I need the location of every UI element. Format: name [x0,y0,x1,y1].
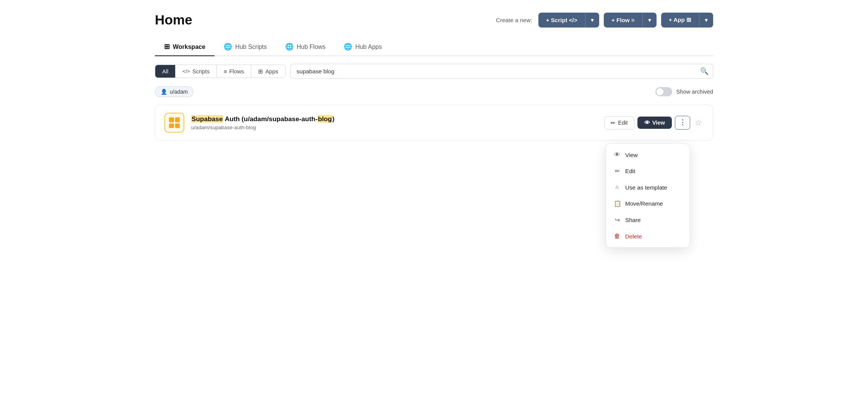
dropdown-move-label: Move/Rename [625,200,663,207]
app-icon-cell [175,117,180,122]
app-icon-cell [169,117,174,122]
apps-icon: ⊞ [258,68,263,75]
highlight-blog: blog [317,115,332,123]
dropdown-template-item[interactable]: ⑃ Use as template [606,179,689,195]
create-app-group: + App ⊞ ▾ [661,13,713,28]
title-middle: Auth (u/adam/supabase-auth- [225,115,318,123]
result-card: Supabase Auth (u/adam/supabase-auth-blog… [155,105,713,141]
filter-row: All </> Scripts ≡ Flows ⊞ Apps 🔍 [155,64,713,79]
filter-apps-label: Apps [265,68,278,75]
tab-hub-scripts[interactable]: 🌐 Hub Scripts [215,38,276,56]
dropdown-edit-item[interactable]: ✏ Edit [606,163,689,179]
filter-apps-button[interactable]: ⊞ Apps [251,65,285,78]
results-list: Supabase Auth (u/adam/supabase-auth-blog… [155,105,713,141]
dropdown-delete-label: Delete [625,233,642,240]
move-icon: 📋 [614,200,621,207]
view-label: View [652,120,665,126]
create-app-button[interactable]: + App ⊞ [661,13,699,28]
main-tabs: ⊞ Workspace 🌐 Hub Scripts 🌐 Hub Flows 🌐 … [155,38,713,56]
more-actions-button[interactable]: ⋮ [675,116,690,130]
chevron-down-icon: ▾ [705,16,708,24]
result-info: Supabase Auth (u/adam/supabase-auth-blog… [191,115,597,130]
dropdown-view-item[interactable]: 👁 View [606,147,689,163]
workspace-icon: ⊞ [164,43,170,51]
search-input[interactable] [290,64,713,79]
dropdown-menu: 👁 View ✏ Edit ⑃ Use as template 📋 Move/R… [606,143,690,248]
app-icon-grid [169,117,180,128]
app-icon-cell [169,123,174,128]
tab-hub-flows[interactable]: 🌐 Hub Flows [276,38,335,56]
edit-icon: ✏ [611,120,616,126]
filter-flows-button[interactable]: ≡ Flows [217,65,251,78]
header-actions: Create a new: + Script </> ▾ + Flow ≡ ▾ … [496,13,713,28]
filter-all-label: All [162,68,168,75]
tab-workspace[interactable]: ⊞ Workspace [155,38,215,56]
page-header: Home Create a new: + Script </> ▾ + Flow… [155,12,713,28]
show-archived-label: Show archived [676,89,713,95]
pencil-icon: ✏ [614,167,621,175]
dropdown-share-label: Share [625,217,641,223]
search-wrapper: 🔍 [290,64,713,79]
app-icon-cell [175,123,180,128]
view-button[interactable]: 👁 View [637,117,672,129]
filter-scripts-label: Scripts [192,68,210,75]
app-icon-box [164,113,184,133]
dropdown-delete-item[interactable]: 🗑 Delete [606,228,689,244]
edit-button[interactable]: ✏ Edit [604,116,634,130]
page-title: Home [155,12,192,28]
search-icon: 🔍 [700,67,709,75]
highlight-supabase: Supabase [191,115,223,123]
dropdown-share-item[interactable]: ↪ Share [606,212,689,228]
result-title: Supabase Auth (u/adam/supabase-auth-blog… [191,115,597,123]
tab-hub-flows-label: Hub Flows [297,44,326,50]
create-script-dropdown[interactable]: ▾ [585,13,599,28]
star-icon: ☆ [695,118,702,127]
filter-scripts-button[interactable]: </> Scripts [176,65,217,78]
create-script-button[interactable]: + Script </> [538,13,585,28]
chevron-down-icon: ▾ [648,16,651,24]
filter-all-button[interactable]: All [155,65,176,78]
share-icon: ↪ [614,216,621,224]
dropdown-template-label: Use as template [625,184,667,191]
flows-icon: ≡ [224,68,227,75]
user-icon: 👤 [161,89,167,95]
dropdown-move-item[interactable]: 📋 Move/Rename [606,195,689,212]
user-filter-badge[interactable]: 👤 u/adam [155,86,193,97]
tab-hub-apps-label: Hub Apps [355,44,382,50]
hub-scripts-icon: 🌐 [224,43,232,51]
result-path: u/adam/supabase-auth-blog [191,125,597,130]
create-flow-button[interactable]: + Flow ≡ [604,13,642,28]
code-icon: </> [182,68,190,74]
trash-icon: 🗑 [614,233,621,240]
hub-flows-icon: 🌐 [285,43,294,51]
result-actions: ✏ Edit 👁 View ⋮ ☆ [604,116,704,130]
search-button[interactable]: 🔍 [700,67,709,75]
dropdown-view-label: View [625,152,638,158]
tab-hub-apps[interactable]: 🌐 Hub Apps [335,38,391,56]
edit-label: Edit [618,120,627,126]
hub-apps-icon: 🌐 [344,43,352,51]
template-icon: ⑃ [614,184,621,191]
filter-type-group: All </> Scripts ≡ Flows ⊞ Apps [155,65,286,78]
tab-hub-scripts-label: Hub Scripts [235,44,267,50]
user-filter-row: 👤 u/adam Show archived [155,86,713,97]
create-flow-dropdown[interactable]: ▾ [642,13,657,28]
create-label: Create a new: [496,17,532,23]
show-archived-toggle[interactable] [655,87,672,96]
tab-workspace-label: Workspace [173,44,205,50]
username-label: u/adam [170,89,188,95]
dropdown-edit-label: Edit [625,168,635,174]
eye-icon: 👁 [614,151,621,158]
filter-flows-label: Flows [229,68,244,75]
show-archived-group: Show archived [655,87,713,96]
create-flow-group: + Flow ≡ ▾ [604,13,657,28]
create-script-group: + Script </> ▾ [538,13,599,28]
dots-icon: ⋮ [679,119,686,126]
chevron-down-icon: ▾ [591,16,594,24]
favorite-button[interactable]: ☆ [693,117,704,129]
view-icon: 👁 [644,120,650,126]
create-app-dropdown[interactable]: ▾ [699,13,713,28]
title-suffix: ) [332,115,335,123]
